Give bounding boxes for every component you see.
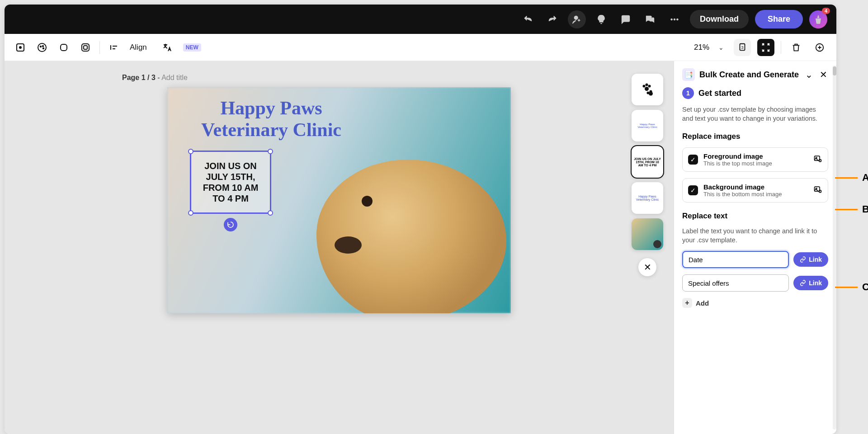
divider (781, 41, 781, 54)
layer-thumb-label: JOIN US ON JULY 15TH, FROM 10 AM TO 4 PM (633, 157, 661, 167)
invite-user-button[interactable] (568, 10, 586, 28)
replace-text-heading: Replace text (682, 212, 828, 221)
toolbar: Align NEW 21% ⌄ 3 (5, 34, 836, 61)
replace-images-heading: Replace images (682, 132, 828, 141)
layer-item-selected[interactable]: JOIN US ON JULY 15TH, FROM 10 AM TO 4 PM (632, 146, 663, 178)
svg-point-6 (38, 43, 46, 52)
plus-icon: + (682, 298, 692, 308)
add-text-field-button[interactable]: + Add (682, 298, 828, 308)
step-description: Set up your .csv template by choosing im… (682, 105, 828, 123)
redo-button[interactable] (543, 10, 561, 28)
svg-point-19 (643, 85, 646, 88)
align-icon[interactable] (106, 40, 122, 55)
undo-button[interactable] (519, 10, 537, 28)
foreground-image-card[interactable]: ✓ Foreground image This is the top most … (682, 147, 828, 172)
resize-handle-br[interactable] (268, 210, 273, 216)
step-number: 1 (682, 87, 694, 99)
frame-tool[interactable] (78, 40, 93, 55)
link-label: Link (809, 256, 822, 263)
svg-point-2 (674, 19, 675, 20)
card-title: Background image (703, 183, 782, 191)
new-badge: NEW (183, 43, 201, 52)
panel-header: 📑 Bulk Create and Generate ⌄ ✕ (682, 68, 828, 81)
close-layers-button[interactable]: ✕ (638, 258, 656, 276)
zoom-level[interactable]: 21% (694, 43, 709, 52)
page-breadcrumb[interactable]: Page 1 / 3 - Add title (122, 74, 188, 82)
resize-handle-bl[interactable] (188, 210, 193, 216)
link-label: Link (809, 279, 822, 287)
replace-text-desc: Label the text you want to change and li… (682, 227, 828, 245)
panel-scrollbar[interactable] (833, 66, 836, 429)
svg-point-7 (40, 46, 41, 47)
rotate-handle[interactable] (224, 218, 237, 231)
zoom-chevron-icon[interactable]: ⌄ (718, 44, 724, 51)
checkbox-background[interactable]: ✓ (688, 185, 698, 195)
annotation-callouts: A B C (836, 5, 868, 434)
download-button[interactable]: Download (690, 10, 749, 28)
resize-handle-tr[interactable] (268, 149, 273, 154)
more-icon[interactable] (665, 10, 684, 28)
layer-item[interactable] (632, 74, 663, 105)
layer-badge-icon (653, 240, 661, 248)
select-tool[interactable] (13, 40, 28, 55)
checkbox-foreground[interactable]: ✓ (688, 155, 698, 165)
lightbulb-icon[interactable] (592, 10, 610, 28)
svg-point-3 (677, 19, 679, 20)
add-page-button[interactable] (811, 39, 828, 56)
layer-item[interactable]: Happy Paws Veterinary Clinic (632, 110, 663, 142)
panel-collapse-chevron[interactable]: ⌄ (804, 69, 814, 80)
canvas-column[interactable]: Page 1 / 3 - Add title Happy Paws Veteri… (5, 61, 674, 434)
delete-button[interactable] (788, 39, 805, 56)
poster-title-text[interactable]: Happy Paws Veterinary Clinic (185, 97, 357, 141)
page-sep: - (156, 74, 161, 81)
panel-title: Bulk Create and Generate (699, 70, 799, 80)
topbar: Download Share (5, 5, 836, 34)
svg-point-1 (671, 19, 673, 20)
svg-point-25 (649, 92, 653, 96)
layer-item[interactable]: Happy Paws Veterinary Clinic (632, 182, 663, 214)
card-subtitle: This is the top most image (703, 160, 772, 167)
canvas-poster[interactable]: Happy Paws Veterinary Clinic JOIN US ON … (167, 87, 511, 313)
link-button-offers[interactable]: Link (793, 276, 828, 290)
svg-point-22 (645, 87, 649, 91)
layer-thumb-label: Happy Paws Veterinary Clinic (633, 123, 661, 128)
svg-point-9 (43, 47, 44, 48)
svg-point-20 (646, 84, 648, 86)
layers-panel: Happy Paws Veterinary Clinic JOIN US ON … (630, 74, 665, 276)
search-image-icon[interactable] (813, 154, 822, 165)
pages-button[interactable]: 3 (734, 39, 751, 56)
bulk-create-panel: 📑 Bulk Create and Generate ⌄ ✕ 1 Get sta… (674, 61, 836, 434)
resize-handle-tl[interactable] (188, 149, 193, 154)
layer-thumb-label: Happy Paws Veterinary Clinic (633, 195, 661, 201)
svg-rect-12 (84, 46, 87, 49)
svg-point-5 (19, 47, 21, 48)
selected-text-element[interactable]: JOIN US ON JULY 15TH, FROM 10 AM TO 4 PM (190, 151, 271, 214)
translate-tool[interactable] (160, 40, 175, 55)
color-tool[interactable] (34, 40, 50, 55)
shape-tool[interactable] (56, 40, 71, 55)
panel-close-button[interactable]: ✕ (818, 69, 828, 80)
callout-c: C (835, 281, 868, 293)
text-label-input-date[interactable] (682, 251, 789, 268)
step-title: Get started (698, 89, 741, 98)
search-image-icon[interactable] (813, 185, 822, 196)
text-field-row: Link (682, 274, 828, 292)
text-field-row: Link (682, 251, 828, 268)
layer-item[interactable] (632, 218, 663, 250)
comment-icon[interactable] (617, 10, 635, 28)
page-title-placeholder: Add title (161, 74, 188, 81)
panel-header-icon: 📑 (682, 68, 695, 81)
chat-icon[interactable] (641, 10, 659, 28)
svg-point-21 (648, 85, 651, 88)
link-button-date[interactable]: Link (793, 252, 828, 267)
svg-rect-10 (61, 44, 67, 51)
resize-button[interactable] (757, 39, 774, 56)
align-label: Align (130, 43, 147, 52)
share-button[interactable]: Share (755, 10, 803, 28)
avatar[interactable] (809, 10, 827, 28)
page-number: Page 1 / 3 (122, 74, 156, 81)
callout-b: B (835, 203, 868, 215)
background-image-card[interactable]: ✓ Background image This is the bottom mo… (682, 178, 828, 203)
text-label-input-offers[interactable] (682, 274, 789, 292)
svg-rect-11 (82, 44, 89, 51)
